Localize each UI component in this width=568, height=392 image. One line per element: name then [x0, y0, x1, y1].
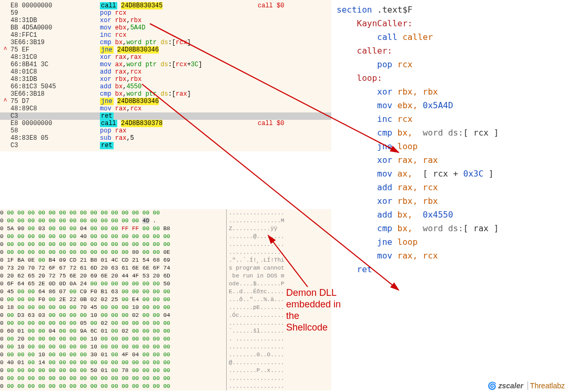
- hex-row[interactable]: 0 6F 64 65 2E 0D 0D 0A 24 00 00 00 00 00…: [0, 280, 331, 288]
- disassembly-panel: E8 00000000 call 24D8B830345call $0 59 p…: [0, 0, 331, 151]
- hex-row[interactable]: 0 00 00 00 00 00 00 00 00 00 00 00 00 00…: [0, 217, 331, 225]
- disasm-row[interactable]: 48:FFC1 inc rcx: [0, 32, 331, 39]
- disasm-row[interactable]: C3 ret: [0, 142, 331, 149]
- disasm-row[interactable]: 48:31DB xor rbx,rbx: [0, 17, 331, 24]
- hex-row[interactable]: 0 18 00 00 00 00 00 00 70 45 00 00 00 10…: [0, 304, 331, 312]
- source-line: KaynCaller:: [337, 17, 568, 30]
- disasm-row[interactable]: 58 pop rax: [0, 127, 331, 135]
- source-line: ret: [337, 263, 568, 276]
- source-code-panel: section .text$F KaynCaller: call caller …: [337, 0, 568, 276]
- source-line: jne loop: [337, 235, 568, 249]
- hex-row[interactable]: 0 60 01 00 00 04 00 00 9A 6C 01 00 02 00…: [0, 327, 331, 335]
- hex-row[interactable]: 0 00 00 00 00 00 00 00 40 00 00 00 00 00…: [0, 233, 331, 241]
- source-line: mov ax, [ rcx + 0x3C ]: [337, 167, 568, 181]
- disasm-row[interactable]: 48:89C8 mov rax,rcx: [0, 105, 331, 112]
- hex-row[interactable]: 0 40 01 00 14 00 00 00 00 00 00 00 00 00…: [0, 359, 331, 367]
- source-line: add bx, 0x4550: [337, 208, 568, 222]
- hex-row[interactable]: 0 00 20 00 00 00 00 00 00 10 00 00 00 00…: [0, 335, 331, 343]
- hex-row[interactable]: 0 00 00 00 F0 00 2E 22 0B 02 02 25 00 E4…: [0, 296, 331, 304]
- disasm-row[interactable]: 3E66:3B19 cmp bx,word ptr ds:[rcx]: [0, 39, 331, 46]
- hex-row[interactable]: 0 45 00 00 64 86 07 00 C9 F0 B1 63 00 00…: [0, 288, 331, 296]
- source-line: call caller: [337, 30, 568, 44]
- hex-row[interactable]: 0 00 00 00 00 00 00 00 00 00 00 00 00 00…: [0, 209, 331, 217]
- disasm-row[interactable]: E8 00000000 call 24D8B830378call $0: [0, 120, 331, 127]
- disasm-row[interactable]: 3E66:3B18 cmp bx,word ptr ds:[rax]: [0, 90, 331, 98]
- hex-row[interactable]: 0 20 62 65 20 72 75 6E 20 69 6E 20 44 4F…: [0, 272, 331, 280]
- watermark-logo: 🌀 zscaler Threatlabz: [488, 381, 565, 390]
- hex-row[interactable]: 0 1F BA 0E 00 B4 09 CD 21 B8 01 4C CD 21…: [0, 256, 331, 264]
- annotation-demon-dll: Demon DLL embedded in the Shellcode: [286, 287, 341, 333]
- source-line: jne loop: [337, 140, 568, 153]
- disasm-row[interactable]: BB 4D5A0000 mov ebx,5A4D: [0, 24, 331, 32]
- hex-row[interactable]: 0 73 20 70 72 6F 67 72 61 6D 20 63 61 6E…: [0, 264, 331, 272]
- hex-row[interactable]: 0 00 00 00 00 00 00 00 05 00 02 00 00 00…: [0, 319, 331, 327]
- source-line: xor rbx, rbx: [337, 85, 568, 99]
- disasm-row[interactable]: E8 00000000 call 24D8B830345call $0: [0, 2, 331, 9]
- hex-row[interactable]: 0 00 D3 63 03 00 00 00 00 10 00 00 00 02…: [0, 312, 331, 319]
- zscaler-icon: 🌀: [488, 381, 496, 390]
- source-line: section .text$F: [337, 3, 568, 17]
- disasm-row[interactable]: ^75 D7 jne 24D8B830346: [0, 98, 331, 105]
- disasm-row[interactable]: 59 pop rcx: [0, 9, 331, 17]
- hex-dump-panel: 0 00 00 00 00 00 00 00 00 00 00 00 00 00…: [0, 209, 331, 390]
- hex-row[interactable]: 0 00 00 00 00 00 00 00 00 00 00 00 00 00…: [0, 375, 331, 383]
- source-line: loop:: [337, 71, 568, 85]
- hex-row[interactable]: 0 00 00 00 00 00 00 00 00 00 00 00 00 00…: [0, 241, 331, 249]
- disasm-row[interactable]: 66:8B41 3C mov ax,word ptr ds:[rcx+3C]: [0, 61, 331, 68]
- disasm-row[interactable]: C3 ret: [0, 112, 331, 120]
- disasm-row[interactable]: 66:81C3 5045 add bx,4550: [0, 83, 331, 90]
- source-line: inc rcx: [337, 112, 568, 126]
- disasm-row[interactable]: ^75 EF jne 24D8B830346: [0, 46, 331, 54]
- source-line: xor rax, rax: [337, 153, 568, 167]
- source-line: add rax, rcx: [337, 181, 568, 194]
- source-line: mov ebx, 0x5A4D: [337, 99, 568, 112]
- hex-row[interactable]: 0 00 00 00 00 00 00 00 00 50 01 00 78 00…: [0, 367, 331, 375]
- disasm-row[interactable]: 48:31DB xor rbx,rbx: [0, 76, 331, 83]
- source-line: xor rbx, rbx: [337, 194, 568, 208]
- source-line: cmp bx, word ds:[ rcx ]: [337, 126, 568, 140]
- disasm-row[interactable]: 48:83E8 05 sub rax,5: [0, 135, 331, 142]
- hex-row[interactable]: 0 00 10 00 00 00 00 00 00 10 00 00 00 00…: [0, 343, 331, 351]
- hex-row[interactable]: 0 5A 90 00 03 00 00 00 04 00 00 00 FF FF…: [0, 225, 331, 233]
- disasm-row[interactable]: 48:01C8 add rax,rcx: [0, 68, 331, 76]
- hex-row[interactable]: 0 00 00 00 00 00 00 00 00 00 00 00 00 00…: [0, 383, 331, 390]
- disasm-row[interactable]: 48:31C0 xor rax,rax: [0, 54, 331, 61]
- hex-row[interactable]: 0 00 00 00 10 00 00 00 00 30 01 00 4F 04…: [0, 351, 331, 359]
- source-line: cmp bx, word ds:[ rax ]: [337, 222, 568, 235]
- source-line: mov rax, rcx: [337, 249, 568, 263]
- hex-row[interactable]: 0 00 00 00 00 00 00 00 00 00 00 00 00 80…: [0, 249, 331, 256]
- source-line: caller:: [337, 44, 568, 58]
- source-line: pop rcx: [337, 58, 568, 71]
